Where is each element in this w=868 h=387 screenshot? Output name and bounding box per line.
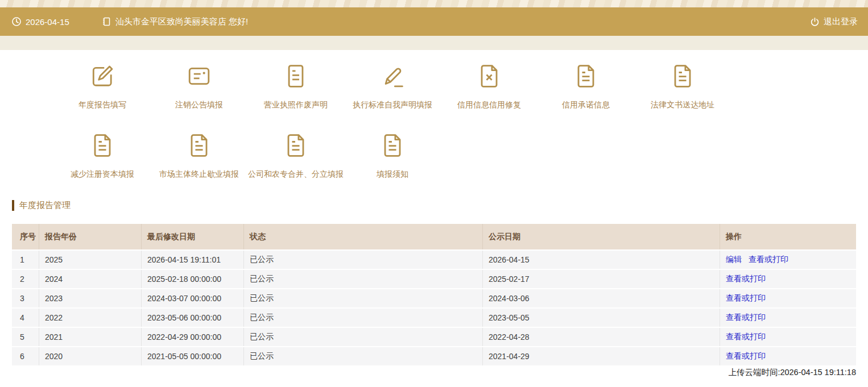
- topbar-date: 2026-04-15: [26, 17, 69, 27]
- app-icon-grid: 年度报告填写注销公告填报营业执照作废声明执行标准自我声明填报信用信息信用修复信用…: [0, 50, 868, 180]
- app-shortcut-label: 注销公告填报: [175, 100, 223, 110]
- cell-year: 2021: [39, 328, 141, 346]
- document-lines-icon: [281, 61, 311, 91]
- page-top-texture: [0, 0, 868, 7]
- app-shortcut-label: 法律文书送达地址: [651, 100, 714, 110]
- annual-report-table: 序号报告年份最后修改日期状态公示日期操作 120252026-04-15 19:…: [12, 223, 856, 367]
- table-header-row: 序号报告年份最后修改日期状态公示日期操作: [12, 224, 856, 249]
- section-header: 年度报告管理: [12, 200, 868, 211]
- cell-index: 6: [12, 347, 39, 365]
- file-text-icon: [378, 131, 407, 160]
- column-header-5: 操作: [720, 224, 856, 249]
- app-shortcut-执行标准自我声明填报[interactable]: 执行标准自我声明填报: [344, 61, 441, 110]
- file-text-icon: [281, 131, 311, 160]
- cell-modified: 2024-03-07 00:00:00: [141, 289, 243, 307]
- app-shortcut-公司和农专合并、分立填报[interactable]: 公司和农专合并、分立填报: [247, 131, 344, 180]
- edit-square-icon: [88, 61, 117, 91]
- cell-actions: 查看或打印: [720, 347, 856, 365]
- app-shortcut-信用信息信用修复[interactable]: 信用信息信用修复: [441, 61, 538, 110]
- app-shortcut-label: 公司和农专合并、分立填报: [248, 169, 344, 180]
- upload-time-text: 上传云端时间:2026-04-15 19:11:18: [0, 367, 856, 378]
- cell-status: 已公示: [243, 289, 482, 307]
- view-or-print-link[interactable]: 查看或打印: [726, 332, 766, 341]
- cell-year: 2020: [39, 347, 141, 365]
- app-shortcut-法律文书送达地址[interactable]: 法律文书送达地址: [634, 61, 731, 110]
- view-or-print-link[interactable]: 查看或打印: [726, 274, 766, 283]
- cell-modified: 2025-02-18 00:00:00: [141, 270, 243, 288]
- cell-status: 已公示: [243, 251, 482, 269]
- id-card-icon: [184, 61, 214, 91]
- cell-publish_date: 2024-03-06: [482, 289, 720, 307]
- table-row: 420222023-05-06 00:00:00已公示2023-05-05查看或…: [12, 309, 856, 327]
- table-row: 320232024-03-07 00:00:00已公示2024-03-06查看或…: [12, 289, 856, 307]
- app-shortcut-label: 执行标准自我声明填报: [353, 100, 432, 110]
- cell-year: 2025: [39, 251, 141, 269]
- app-shortcut-label: 营业执照作废声明: [264, 100, 328, 110]
- clock-icon: [11, 16, 22, 27]
- view-or-print-link[interactable]: 查看或打印: [726, 351, 766, 360]
- app-shortcut-营业执照作废声明[interactable]: 营业执照作废声明: [247, 61, 344, 110]
- file-text-icon: [88, 131, 117, 160]
- cell-actions: 查看或打印: [720, 270, 856, 288]
- cell-status: 已公示: [243, 270, 482, 288]
- column-header-0: 序号: [12, 224, 39, 249]
- topbar-greeting-group: 汕头市金平区致尚美丽美容店 您好!: [101, 16, 248, 27]
- app-shortcut-市场主体终止歇业填报[interactable]: 市场主体终止歇业填报: [151, 131, 247, 180]
- app-shortcut-label: 信用信息信用修复: [457, 100, 521, 110]
- app-shortcut-填报须知[interactable]: 填报须知: [344, 131, 441, 180]
- column-header-3: 状态: [243, 224, 482, 249]
- table-row: 120252026-04-15 19:11:01已公示2026-04-15编辑查…: [12, 251, 856, 269]
- cell-status: 已公示: [243, 328, 482, 346]
- file-text-icon: [668, 61, 697, 91]
- cell-index: 1: [12, 251, 39, 269]
- column-header-4: 公示日期: [482, 224, 720, 249]
- cell-status: 已公示: [243, 347, 482, 365]
- cell-index: 3: [12, 289, 39, 307]
- app-shortcut-label: 年度报告填写: [78, 100, 126, 110]
- edit-link[interactable]: 编辑: [726, 255, 742, 264]
- cell-index: 2: [12, 270, 39, 288]
- view-or-print-link[interactable]: 查看或打印: [749, 255, 788, 264]
- file-x-icon: [474, 61, 504, 91]
- cell-year: 2022: [39, 309, 141, 327]
- column-header-2: 最后修改日期: [141, 224, 243, 249]
- table-row: 220242025-02-18 00:00:00已公示2025-02-17查看或…: [12, 270, 856, 288]
- power-icon: [810, 17, 820, 27]
- cell-index: 5: [12, 328, 39, 346]
- app-shortcut-label: 信用承诺信息: [562, 100, 610, 110]
- cell-actions: 查看或打印: [720, 328, 856, 346]
- cell-actions: 查看或打印: [720, 309, 856, 327]
- cell-year: 2023: [39, 289, 141, 307]
- app-shortcut-年度报告填写[interactable]: 年度报告填写: [54, 61, 151, 110]
- cell-publish_date: 2025-02-17: [482, 270, 720, 288]
- cell-modified: 2021-05-05 00:00:00: [141, 347, 243, 365]
- section-title: 年度报告管理: [19, 200, 71, 211]
- app-shortcut-信用承诺信息[interactable]: 信用承诺信息: [538, 61, 634, 110]
- column-header-1: 报告年份: [39, 224, 141, 249]
- cell-publish_date: 2022-04-28: [482, 328, 720, 346]
- app-icon-row: 减少注册资本填报市场主体终止歇业填报公司和农专合并、分立填报填报须知: [0, 131, 868, 180]
- logout-button[interactable]: 退出登录: [810, 16, 858, 27]
- app-shortcut-label: 减少注册资本填报: [71, 169, 134, 180]
- cell-year: 2024: [39, 270, 141, 288]
- cell-status: 已公示: [243, 309, 482, 327]
- table-row: 620202021-05-05 00:00:00已公示2021-04-29查看或…: [12, 347, 856, 365]
- app-shortcut-减少注册资本填报[interactable]: 减少注册资本填报: [54, 131, 151, 180]
- topbar-date-group: 2026-04-15: [11, 16, 69, 27]
- cell-modified: 2023-05-06 00:00:00: [141, 309, 243, 327]
- view-or-print-link[interactable]: 查看或打印: [726, 293, 766, 302]
- app-icon-row: 年度报告填写注销公告填报营业执照作废声明执行标准自我声明填报信用信息信用修复信用…: [0, 61, 868, 110]
- cell-actions: 查看或打印: [720, 289, 856, 307]
- app-shortcut-注销公告填报[interactable]: 注销公告填报: [151, 61, 247, 110]
- sub-header-strip: [0, 36, 868, 50]
- file-text-icon: [184, 131, 214, 160]
- app-shortcut-label: 市场主体终止歇业填报: [159, 169, 239, 180]
- pencil-icon: [378, 61, 407, 91]
- logout-label: 退出登录: [824, 16, 858, 27]
- topbar: 2026-04-15 汕头市金平区致尚美丽美容店 您好! 退出登录: [0, 7, 868, 36]
- view-or-print-link[interactable]: 查看或打印: [726, 313, 766, 322]
- file-text-icon: [571, 61, 601, 91]
- cell-modified: 2026-04-15 19:11:01: [141, 251, 243, 269]
- cell-publish_date: 2023-05-05: [482, 309, 720, 327]
- cell-actions: 编辑查看或打印: [720, 251, 856, 269]
